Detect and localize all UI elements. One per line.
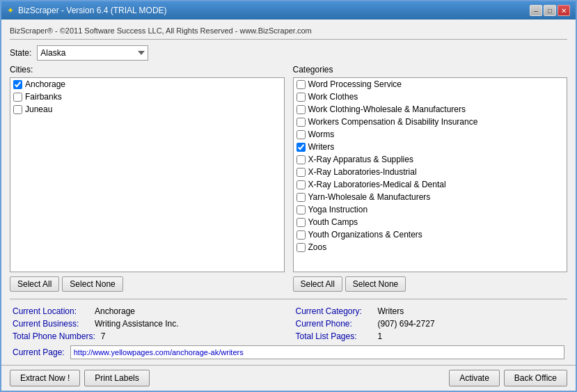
current-category-row: Current Category: Writers <box>296 306 565 316</box>
cat-name: Workers Compensation & Disability Insura… <box>308 116 478 127</box>
list-item[interactable]: Writers <box>294 141 567 153</box>
divider-1 <box>10 299 567 299</box>
current-location-label: Current Location: <box>13 306 89 316</box>
title-bar: ✦ BizScraper - Version 6.4 (TRIAL MODE) … <box>1 1 576 19</box>
cat-name: Yoga Instruction <box>308 204 368 215</box>
state-row: State: Alaska Alabama Arizona Arkansas C… <box>10 45 567 61</box>
cat-checkbox[interactable] <box>297 93 306 102</box>
cat-name: Zoos <box>308 242 327 253</box>
categories-list[interactable]: Word Processing Service Work Clothes Wor… <box>293 77 568 272</box>
city-name: Fairbanks <box>25 91 62 102</box>
list-item[interactable]: Juneau <box>10 103 284 116</box>
maximize-button[interactable]: □ <box>544 5 556 16</box>
list-item[interactable]: X-Ray Laboratories-Industrial <box>294 166 567 178</box>
categories-select-all-button[interactable]: Select All <box>293 276 342 292</box>
cities-select-none-button[interactable]: Select None <box>62 276 122 292</box>
list-item[interactable]: Fairbanks <box>10 91 284 103</box>
cities-label: Cities: <box>10 65 285 75</box>
cat-name: Youth Camps <box>308 217 358 228</box>
current-phone-row: Current Phone: (907) 694-2727 <box>296 319 565 329</box>
list-item[interactable]: Work Clothes <box>294 91 567 103</box>
cat-checkbox[interactable] <box>297 230 306 240</box>
cat-checkbox[interactable] <box>297 243 306 252</box>
current-location-value: Anchorage <box>95 306 135 316</box>
list-item[interactable]: Work Clothing-Wholesale & Manufacturers <box>294 103 567 116</box>
total-list-value: 1 <box>378 331 383 341</box>
current-business-value: Writing Assistance Inc. <box>95 319 179 329</box>
cat-checkbox[interactable] <box>297 180 306 189</box>
total-phones-label: Total Phone Numbers: <box>13 331 95 341</box>
minimize-button[interactable]: – <box>530 5 542 16</box>
title-buttons: – □ ✕ <box>530 5 570 16</box>
categories-btn-row: Select All Select None <box>293 276 568 292</box>
header-text: BizScraper® - ©2011 Software Success LLC… <box>10 26 312 35</box>
list-item[interactable]: X-Ray Laboratories-Medical & Dental <box>294 178 567 191</box>
city-name: Juneau <box>25 104 52 115</box>
close-button[interactable]: ✕ <box>558 5 570 16</box>
city-name: Anchorage <box>25 79 65 90</box>
cat-name: Worms <box>308 129 335 140</box>
cities-list[interactable]: Anchorage Fairbanks Juneau <box>10 77 285 272</box>
print-labels-button[interactable]: Print Labels <box>84 370 149 386</box>
city-checkbox-juneau[interactable] <box>13 105 22 114</box>
window-title: BizScraper - Version 6.4 (TRIAL MODE) <box>18 6 167 15</box>
bottom-bar: Extract Now ! Print Labels Activate Back… <box>1 365 576 391</box>
current-location-row: Current Location: Anchorage <box>13 306 282 316</box>
current-business-row: Current Business: Writing Assistance Inc… <box>13 319 282 329</box>
current-category-label: Current Category: <box>296 306 372 316</box>
cat-name: X-Ray Laboratories-Industrial <box>308 166 417 178</box>
list-item[interactable]: Workers Compensation & Disability Insura… <box>294 116 567 128</box>
list-item[interactable]: Yarn-Wholesale & Manufacturers <box>294 191 567 203</box>
back-office-button[interactable]: Back Office <box>504 370 567 386</box>
extract-now-button[interactable]: Extract Now ! <box>10 370 80 386</box>
cat-checkbox[interactable] <box>297 168 306 177</box>
cat-checkbox[interactable] <box>297 80 306 89</box>
list-item[interactable]: Word Processing Service <box>294 78 567 91</box>
cat-checkbox[interactable] <box>297 105 306 114</box>
categories-select-none-button[interactable]: Select None <box>345 276 406 292</box>
cities-select-all-button[interactable]: Select All <box>10 276 59 292</box>
list-item[interactable]: Anchorage <box>10 78 284 91</box>
lists-row: Cities: Anchorage Fairbanks Juneau <box>10 65 567 292</box>
list-item[interactable]: Youth Camps <box>294 216 567 228</box>
cat-name: Work Clothes <box>308 91 358 102</box>
cat-checkbox[interactable] <box>297 218 306 227</box>
cat-checkbox[interactable] <box>297 143 306 152</box>
content-area: BizScraper® - ©2011 Software Success LLC… <box>1 19 576 365</box>
cat-name: Word Processing Service <box>308 79 402 90</box>
cat-name: Work Clothing-Wholesale & Manufacturers <box>308 104 466 115</box>
total-list-row: Total List Pages: 1 <box>296 331 565 341</box>
state-select[interactable]: Alaska Alabama Arizona Arkansas Californ… <box>37 45 148 61</box>
main-window: ✦ BizScraper - Version 6.4 (TRIAL MODE) … <box>0 0 577 392</box>
bottom-right-buttons: Activate Back Office <box>449 370 567 386</box>
header-bar: BizScraper® - ©2011 Software Success LLC… <box>10 25 567 40</box>
cat-name: Youth Organizations & Centers <box>308 229 422 240</box>
title-bar-left: ✦ BizScraper - Version 6.4 (TRIAL MODE) <box>7 6 167 15</box>
list-item[interactable]: Youth Organizations & Centers <box>294 228 567 241</box>
app-icon: ✦ <box>7 6 14 15</box>
list-item[interactable]: X-Ray Apparatus & Supplies <box>294 153 567 166</box>
list-item[interactable]: Yoga Instruction <box>294 203 567 216</box>
cat-checkbox[interactable] <box>297 193 306 202</box>
categories-label: Categories <box>293 65 568 75</box>
cities-panel: Cities: Anchorage Fairbanks Juneau <box>10 65 285 292</box>
total-list-label: Total List Pages: <box>296 331 372 341</box>
bottom-left-buttons: Extract Now ! Print Labels <box>10 370 150 386</box>
current-phone-label: Current Phone: <box>296 319 372 329</box>
list-item[interactable]: Worms <box>294 128 567 141</box>
cat-checkbox[interactable] <box>297 130 306 139</box>
city-checkbox-fairbanks[interactable] <box>13 93 22 102</box>
current-business-label: Current Business: <box>13 319 89 329</box>
cat-checkbox[interactable] <box>297 205 306 214</box>
cat-name: X-Ray Apparatus & Supplies <box>308 154 413 165</box>
city-checkbox-anchorage[interactable] <box>13 80 22 89</box>
categories-panel: Categories Word Processing Service Work … <box>293 65 568 292</box>
current-page-url[interactable] <box>70 345 564 359</box>
current-page-label: Current Page: <box>13 347 65 357</box>
total-phones-value: 7 <box>101 331 106 341</box>
info-grid: Current Location: Anchorage Current Cate… <box>10 306 567 341</box>
list-item[interactable]: Zoos <box>294 241 567 253</box>
cat-checkbox[interactable] <box>297 118 306 127</box>
cat-checkbox[interactable] <box>297 155 306 164</box>
activate-button[interactable]: Activate <box>449 370 500 386</box>
